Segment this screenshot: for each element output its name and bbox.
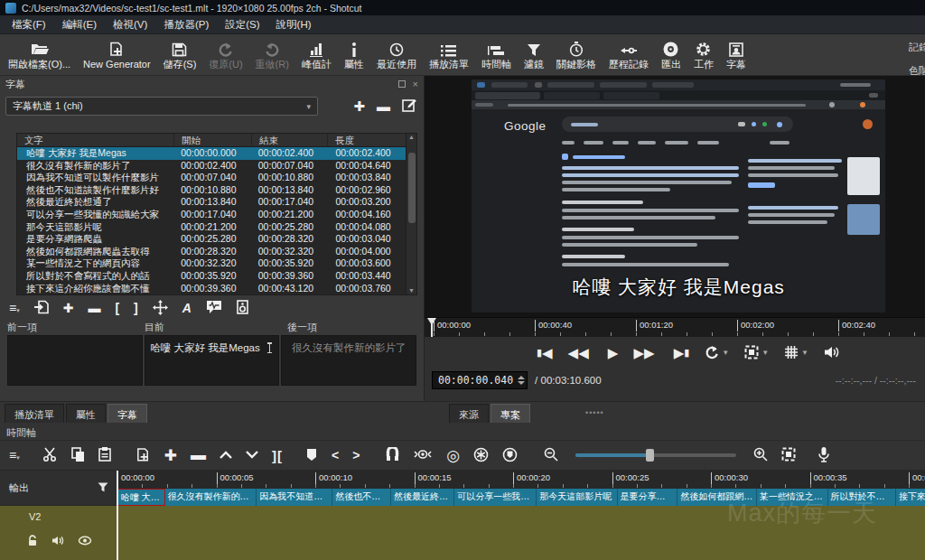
add-subtitle-button[interactable]: ✚ [63,301,74,315]
new-generator-button[interactable]: New Generator [77,35,157,75]
ripple-delete-button[interactable]: ▬ [191,446,206,464]
subtitle-table-scrollbar[interactable]: ▲ ▼ [406,134,416,294]
scroll-thumb[interactable] [408,153,416,223]
save-button[interactable]: 儲存(S) [157,35,203,75]
zoom-slider-thumb[interactable] [646,449,654,462]
subtitle-row[interactable]: 然後也不知道該製作什麼影片好 00:00:10.880 00:00:13.840… [17,184,406,197]
scroll-up-icon[interactable]: ▲ [408,134,415,140]
overwrite-up-icon[interactable] [220,450,232,461]
spin-down-icon[interactable] [518,381,525,385]
speech-to-text-button[interactable] [206,300,222,316]
ripple-button[interactable]: ◎ [446,446,460,465]
lift-button[interactable]: ✚ [164,446,177,465]
rewind-button[interactable]: ◀◀ [568,346,593,359]
recent-button[interactable]: 最近使用 [370,35,423,75]
export-button[interactable]: 匯出 [655,35,687,75]
record-audio-button[interactable] [818,447,829,464]
timeline-button[interactable]: 時間軸 [475,35,518,75]
prev-subtitle-editor[interactable] [7,335,143,386]
subtitle-track[interactable]: 哈嘍 大家好 我是Megas很久沒有製作新的影片了因為我不知道可以製作什麼影片然… [117,489,925,506]
mute-speaker-icon[interactable] [51,535,65,548]
skip-start-button[interactable]: ▮◀ [537,346,553,359]
subtitle-clip[interactable]: 然後如何都跟網路爬蟲去取得 [677,489,757,506]
loop-button[interactable]: ▼ [705,345,729,359]
chevron-down-icon[interactable]: ▼ [761,346,769,359]
zoom-out-button[interactable] [544,447,558,463]
menu-item[interactable]: 說明(H) [268,16,320,33]
subtitle-clip[interactable]: 那今天這部影片呢 [537,489,617,506]
zoom-in-button[interactable] [753,447,768,463]
float-panel-icon[interactable] [398,80,406,88]
chevron-down-icon[interactable]: ▼ [722,346,729,359]
snap-magnet-button[interactable] [386,447,399,463]
move-subtitle-button[interactable] [153,300,168,317]
subtitle-row[interactable]: 是要分享網路爬蟲 00:00:25.280 00:00:28.320 00:00… [17,233,406,246]
subtitle-row[interactable]: 所以對於不會寫程式的人的話 00:00:35.920 00:00:39.360 … [17,270,406,283]
next-marker-button[interactable]: > [352,448,360,462]
subtitle-track-select[interactable]: 字幕軌道 1 (chi) ▾ [5,97,318,116]
dock-tab-notes[interactable]: 記錄 [909,41,925,54]
subtitle-table-header[interactable]: 文字 開始 結束 長度 [17,134,416,147]
subtitle-clip[interactable]: 因為我不知道可以製作什麼影片 [257,489,332,506]
zoom-fit-button[interactable]: ▼ [744,345,769,359]
history-button[interactable]: 歷程記錄 [603,35,655,75]
timeline-menu-button[interactable]: ≡▾ [9,448,20,462]
menu-item[interactable]: 檢視(V) [105,16,155,33]
menu-item[interactable]: 檔案(F) [4,16,54,33]
timeline-ruler[interactable]: 00:00:0000:00:0500:00:1000:00:1500:00:20… [117,471,925,489]
subtitle-row[interactable]: 某一些情況之下的網頁內容 00:00:32.320 00:00:35.920 0… [17,257,406,270]
speaker-box-button[interactable] [237,300,248,316]
col-start[interactable]: 開始 [174,134,252,146]
subtitle-clip[interactable]: 哈嘍 大家好 我是Megas [117,489,165,506]
v2-track-clip[interactable] [117,506,925,560]
skip-end-button[interactable]: ▶▮ [674,346,690,359]
subtitle-clip[interactable]: 然後最近終於想通了 [391,489,454,506]
scroll-down-icon[interactable]: ▼ [408,287,415,294]
jobs-button[interactable]: 工作 [687,35,720,75]
timeline-playhead[interactable] [117,471,118,560]
subtitle-clip[interactable]: 很久沒有製作新的影片了 [165,489,257,506]
scrub-while-dragging-button[interactable] [413,448,433,462]
subtitle-row[interactable]: 很久沒有製作新的影片了 00:00:02.400 00:00:07.040 00… [17,160,406,173]
menu-item[interactable]: 編輯(E) [54,16,105,33]
col-duration[interactable]: 長度 [328,134,407,146]
subtitle-clip[interactable]: 某一些情況之下的網頁內容 [757,489,828,506]
overwrite-down-icon[interactable] [246,450,258,461]
subtitles-button[interactable]: 字幕 [720,35,752,75]
text-style-button[interactable]: A [182,301,192,315]
lock-icon[interactable] [27,535,39,548]
subtitle-row[interactable]: 接下來這介紹你應該會聽不懂 00:00:39.360 00:00:43.120 … [17,283,406,294]
subtitle-menu-button[interactable]: ≡▾ [9,301,20,315]
set-start-button[interactable]: [ [115,301,119,315]
remove-track-button[interactable]: ▬ [377,98,390,114]
grid-button[interactable]: ▼ [784,345,808,359]
subtitle-row[interactable]: 可以分享一些我懂的知識給大家 00:00:17.040 00:00:21.200… [17,209,406,221]
col-end[interactable]: 結束 [252,134,328,146]
ripple-markers-button[interactable] [502,447,518,464]
subtitle-clip[interactable]: 可以分享一些我懂的知識給大家 [454,489,537,506]
playlist-button[interactable]: 播放清單 [423,35,475,75]
properties-button[interactable]: 屬性 [338,35,370,75]
undo-button[interactable]: 復原(U) [202,35,248,75]
set-end-button[interactable]: ] [134,301,138,315]
volume-button[interactable] [824,345,840,359]
v2-track-head[interactable]: V2 [0,506,117,560]
cut-button[interactable] [42,447,58,463]
next-subtitle-editor[interactable]: 很久沒有製作新的影片了 [281,335,416,386]
open-file-button[interactable]: 開啟檔案(O)... [2,35,77,75]
copy-button[interactable] [71,447,85,463]
subtitle-clip[interactable]: 接下來這介紹你應該會聽不懂 [896,489,925,506]
marker-button[interactable] [305,448,318,463]
chevron-down-icon[interactable]: ▼ [801,346,808,359]
subtitle-row[interactable]: 然後如何都跟網路爬蟲去取得 00:00:28.320 00:00:32.320 … [17,246,406,258]
zoom-fit-timeline-button[interactable] [781,447,796,463]
col-text[interactable]: 文字 [17,134,174,146]
subtitle-clip[interactable]: 是要分享網路爬蟲 [618,489,678,506]
add-track-button[interactable]: ✚ [353,98,365,115]
menu-item[interactable]: 播放器(P) [155,16,217,33]
redo-button[interactable]: 重做(R) [249,35,295,75]
title-bar[interactable]: C:/Users/max32/Videos/sc-test1/sc-test1.… [0,0,925,15]
fast-forward-button[interactable]: ▶▶ [633,346,658,359]
split-button[interactable]: ][ [272,448,283,463]
remove-subtitle-button[interactable]: ▬ [88,301,100,315]
